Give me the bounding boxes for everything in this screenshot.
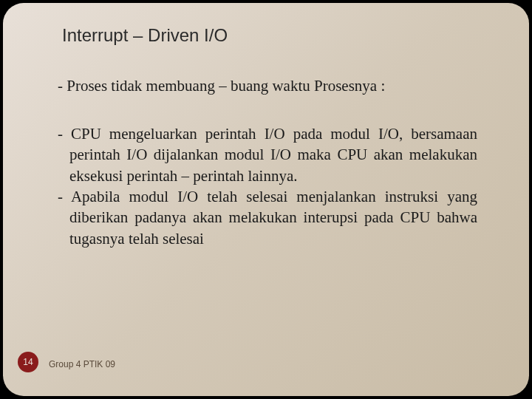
bullet-1: - Proses tidak membuang – buang waktu Pr…: [69, 77, 485, 95]
page-number-badge: 14: [18, 352, 38, 372]
bullet-2: - CPU mengeluarkan perintah I/O pada mod…: [69, 123, 477, 186]
footer-text: Group 4 PTIK 09: [49, 359, 115, 369]
slide-content: - Proses tidak membuang – buang waktu Pr…: [55, 77, 485, 249]
bullet-block: - CPU mengeluarkan perintah I/O pada mod…: [69, 123, 477, 249]
bullet-3: - Apabila modul I/O telah selesai menjal…: [69, 186, 477, 249]
slide: Interrupt – Driven I/O - Proses tidak me…: [3, 3, 529, 396]
slide-title: Interrupt – Driven I/O: [62, 25, 485, 46]
